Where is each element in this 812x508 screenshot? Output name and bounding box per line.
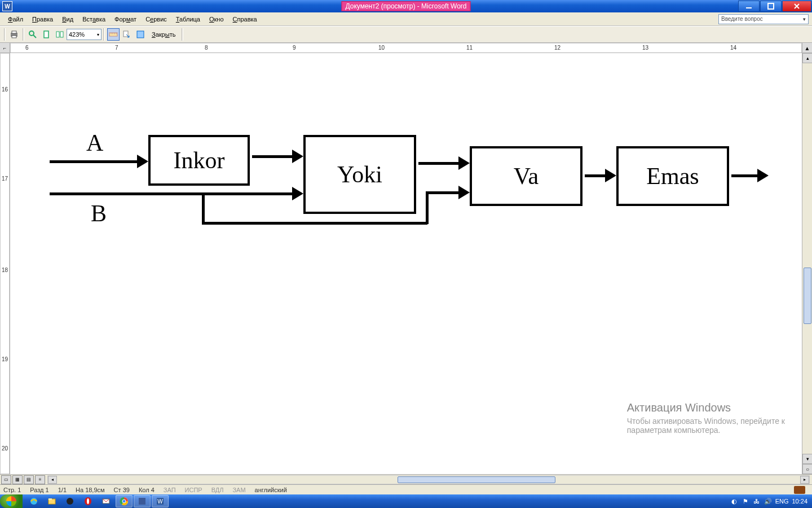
tray-flag-icon[interactable]: ⚑ [742,497,749,505]
input-label-b: B [91,200,107,227]
status-trk: ИСПР [185,487,202,493]
menu-help[interactable]: Справка [228,15,262,24]
help-placeholder: Введите вопрос [721,16,763,22]
magnifier-button[interactable] [27,28,39,41]
svg-rect-16 [137,31,144,38]
one-page-button[interactable] [40,28,52,41]
fullscreen-button[interactable] [134,28,147,41]
close-preview-button[interactable]: Закрыть [147,31,180,38]
svg-rect-3 [12,31,16,33]
spellcheck-icon[interactable] [794,486,805,494]
menu-view[interactable]: Вид [58,15,78,24]
word-app-icon: W [2,1,12,11]
svg-rect-0 [746,7,752,8]
ruler-tick: 9 [293,45,296,51]
document-area[interactable]: A B Inkor Yoki Va Emas [10,53,802,474]
tray-volume-icon[interactable]: 🔊 [764,497,772,505]
status-line: Ст 39 [114,487,130,493]
ruler-tick: 10 [378,45,385,51]
taskbar-ie-icon[interactable] [25,495,42,507]
block-diagram: A B Inkor Yoki Va Emas [41,124,774,293]
scroll-thumb[interactable] [804,268,811,324]
ruler-vertical: 16 17 18 19 20 [0,53,10,474]
tray-network-icon[interactable]: 🖧 [753,497,761,505]
ruler-horizontal: ⌐ 6 7 8 9 10 11 12 13 14 ▲ [0,43,812,53]
shrink-to-fit-button[interactable] [121,28,133,41]
taskbar-chrome-icon[interactable] [116,495,133,507]
print-preview-toolbar: 423% ▾ Закрыть [0,26,812,43]
menu-edit[interactable]: Правка [28,15,58,24]
svg-point-22 [87,498,89,504]
tray-clock[interactable]: 10:24 [792,498,807,505]
print-button[interactable] [8,28,20,41]
horizontal-scrollbar[interactable]: ◂ ▸ [47,475,810,484]
svg-rect-7 [44,31,48,38]
svg-point-25 [122,500,126,503]
zoom-combo[interactable]: 423% ▾ [67,29,102,40]
svg-rect-26 [139,498,145,505]
menu-window[interactable]: Окно [205,15,228,24]
ruler-toggle-button[interactable] [107,28,120,41]
ruler-tick: 7 [115,45,118,51]
view-web-button[interactable]: ▦ [12,475,23,484]
svg-text:W: W [157,498,163,505]
statusbar: Стр. 1 Разд 1 1/1 На 18,9см Ст 39 Кол 4 … [0,484,812,494]
tray-action-center-icon[interactable]: ◐ [730,497,738,505]
zoom-value: 423% [69,31,85,38]
help-search-box[interactable]: Введите вопрос ▾ [718,14,809,24]
windows-orb-icon [6,496,16,506]
multi-page-button[interactable] [54,28,66,41]
ruler-tick: 16 [2,86,8,93]
scroll-down-button[interactable]: ▾ [802,454,812,464]
window-title: Документ2 (просмотр) - Microsoft Word [341,1,470,11]
svg-rect-8 [56,32,59,37]
maximize-button[interactable] [760,1,782,12]
svg-rect-19 [48,498,52,500]
scroll-up-button[interactable]: ▴ [802,53,812,63]
close-button[interactable] [782,1,811,12]
dropdown-icon: ▾ [803,16,806,22]
view-print-button[interactable]: ▤ [24,475,34,484]
menu-tools[interactable]: Сервис [141,15,171,24]
watermark-line2: параметрам компьютера. [627,426,785,435]
scroll-right-button[interactable]: ▸ [800,476,809,484]
hscroll-thumb[interactable] [398,476,555,483]
titlebar: W Документ2 (просмотр) - Microsoft Word [0,0,812,12]
tray-language[interactable]: ENG [775,498,789,505]
menu-format[interactable]: Формат [110,15,141,24]
browse-object-button[interactable]: ○ [802,464,812,474]
ruler-corner: ⌐ [0,43,10,53]
svg-line-6 [33,35,36,38]
taskbar-word-icon[interactable]: W [152,495,169,507]
system-tray: ◐ ⚑ 🖧 🔊 ENG 10:24 [726,497,812,505]
ruler-tick: 6 [25,45,29,51]
vertical-scrollbar[interactable]: ▴ ▾ ○ [802,53,812,474]
menu-insert[interactable]: Вставка [78,15,110,24]
view-normal-button[interactable]: ▭ [1,475,11,484]
svg-rect-4 [12,36,16,38]
taskbar-app1-icon[interactable] [61,495,78,507]
menubar: Файл Правка Вид Вставка Формат Сервис Та… [0,12,812,26]
start-button[interactable] [0,494,23,508]
status-section: Разд 1 [30,487,48,493]
taskbar-app2-icon[interactable] [134,495,151,507]
windows-activation-watermark: Активация Windows Чтобы активировать Win… [627,401,785,435]
ruler-tick: 19 [2,356,8,362]
ruler-tick: 13 [642,45,648,51]
ruler-tick: 20 [2,445,8,452]
ruler-scroll-up-icon[interactable]: ▲ [802,43,812,53]
menu-table[interactable]: Таблица [171,15,205,24]
scroll-left-button[interactable]: ◂ [48,476,57,484]
box-va: Va [470,146,582,206]
taskbar-explorer-icon[interactable] [43,495,60,507]
status-page: Стр. 1 [3,487,21,493]
view-outline-button[interactable]: ≡ [35,475,45,484]
taskbar-mail-icon[interactable] [98,495,114,507]
taskbar-opera-icon[interactable] [80,495,96,507]
window-buttons [738,1,812,12]
svg-point-20 [67,498,73,505]
dropdown-icon: ▾ [97,32,99,37]
taskbar: W ◐ ⚑ 🖧 🔊 ENG 10:24 [0,494,812,508]
minimize-button[interactable] [738,1,760,12]
menu-file[interactable]: Файл [3,15,28,24]
